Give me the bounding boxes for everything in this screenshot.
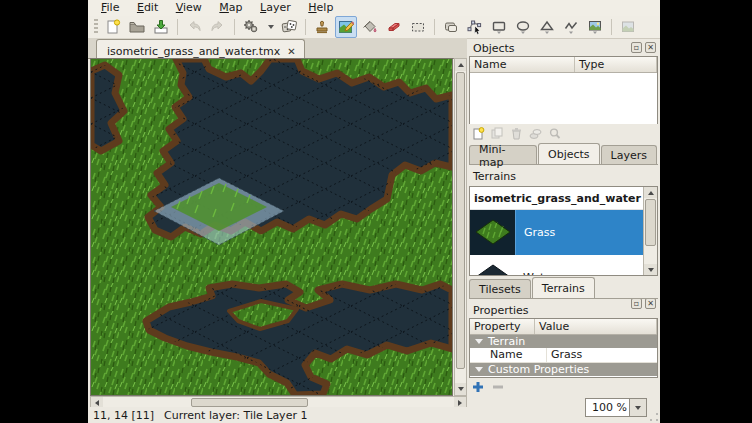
tab-close-icon[interactable]: ✕	[287, 46, 295, 57]
property-group-custom[interactable]: Custom Properties	[470, 363, 657, 376]
scroll-down-button[interactable]	[644, 264, 657, 275]
terrain-brush-button[interactable]	[335, 16, 357, 38]
dock-area: Objects ▫ ✕ Name Type Mini-map Objects L…	[469, 40, 658, 396]
zoom-value-field[interactable]: 100 %	[585, 398, 630, 417]
open-button[interactable]	[126, 16, 148, 38]
status-bar: 11, 14 [11] Current layer: Tile Layer 1	[88, 407, 660, 423]
float-panel-icon[interactable]: ▫	[631, 42, 642, 53]
stamp-icon	[314, 19, 330, 35]
terrains-scrollbar[interactable]	[643, 187, 657, 275]
tiled-window: File Edit View Map Layer Help	[88, 0, 660, 423]
command-dropdown-button[interactable]	[264, 16, 276, 38]
raise-objects-icon[interactable]	[528, 126, 543, 141]
objects-table-header: Name Type	[470, 57, 657, 73]
new-map-button[interactable]	[102, 16, 124, 38]
edit-polygons-button[interactable]	[464, 16, 486, 38]
insert-rectangle-icon	[491, 19, 507, 35]
add-property-icon[interactable]	[472, 381, 484, 393]
document-tab[interactable]: isometric_grass_and_water.tmx ✕	[96, 39, 305, 60]
tab-objects[interactable]: Objects	[538, 143, 600, 164]
document-tab-bar: isometric_grass_and_water.tmx ✕	[88, 38, 467, 59]
goto-object-icon[interactable]	[547, 126, 562, 141]
properties-toolbar	[472, 381, 504, 393]
execute-command-button[interactable]	[240, 16, 262, 38]
toolbar-handle[interactable]	[94, 19, 98, 35]
insert-tile-icon	[587, 19, 603, 35]
document-tab-label: isometric_grass_and_water.tmx	[107, 45, 280, 58]
save-icon	[153, 19, 169, 35]
column-header-value[interactable]: Value	[535, 319, 657, 334]
tileset-group-header[interactable]: isometric_grass_and_water	[470, 187, 644, 210]
insert-rectangle-button[interactable]	[488, 16, 510, 38]
terrains-list: isometric_grass_and_water Grass Water	[469, 186, 658, 276]
eraser-button[interactable]	[383, 16, 405, 38]
tab-mini-map[interactable]: Mini-map	[469, 145, 537, 164]
random-mode-button[interactable]	[278, 16, 300, 38]
bucket-fill-button[interactable]	[359, 16, 381, 38]
save-button[interactable]	[150, 16, 172, 38]
column-header-name[interactable]: Name	[470, 57, 575, 72]
objects-toolbar	[471, 126, 562, 141]
eraser-icon	[386, 19, 402, 35]
tab-tilesets[interactable]: Tilesets	[469, 279, 531, 298]
remove-objects-icon[interactable]	[509, 126, 524, 141]
vertical-scroll-thumb[interactable]	[456, 72, 465, 369]
arrow-left-icon	[95, 400, 99, 406]
tab-terrains[interactable]: Terrains	[532, 277, 595, 298]
toolbar-separator	[434, 19, 435, 35]
redo-button[interactable]	[207, 16, 229, 38]
objects-panel-label: Objects	[473, 42, 515, 55]
menu-edit[interactable]: Edit	[130, 0, 165, 16]
select-objects-button[interactable]	[440, 16, 462, 38]
toolbar-separator	[234, 19, 235, 35]
grass-tile-thumbnail	[470, 210, 516, 255]
objects-list-empty[interactable]	[470, 73, 657, 124]
window-resize-grip[interactable]	[649, 412, 659, 422]
arrow-right-icon	[458, 400, 462, 406]
scroll-up-button[interactable]	[644, 187, 657, 198]
water-body-left	[91, 65, 124, 151]
map-canvas[interactable]	[90, 58, 453, 396]
insert-tile-button[interactable]	[584, 16, 606, 38]
duplicate-objects-icon[interactable]	[490, 126, 505, 141]
tab-layers[interactable]: Layers	[601, 145, 657, 164]
insert-ellipse-button[interactable]	[512, 16, 534, 38]
remove-property-icon[interactable]	[492, 381, 504, 393]
scroll-up-button[interactable]	[455, 59, 466, 71]
terrain-name: Grass	[516, 210, 555, 255]
add-object-icon[interactable]	[471, 126, 486, 141]
canvas-vertical-scrollbar[interactable]	[454, 58, 467, 396]
horizontal-scroll-thumb[interactable]	[191, 398, 308, 407]
insert-ellipse-icon	[515, 19, 531, 35]
property-row-name[interactable]: Name Grass	[470, 348, 657, 363]
toolbar	[88, 16, 660, 39]
menu-file[interactable]: File	[94, 0, 126, 16]
menu-help[interactable]: Help	[301, 0, 340, 16]
insert-image-button[interactable]	[617, 16, 639, 38]
property-group-terrain[interactable]: Terrain	[470, 335, 657, 348]
zoom-dropdown-button[interactable]	[630, 398, 647, 417]
menu-layer[interactable]: Layer	[253, 0, 298, 16]
menu-view[interactable]: View	[169, 0, 209, 16]
menu-bar: File Edit View Map Layer Help	[88, 0, 660, 16]
insert-polygon-button[interactable]	[536, 16, 558, 38]
terrains-scroll-thumb[interactable]	[645, 199, 656, 246]
terrain-item-water[interactable]: Water	[470, 255, 644, 275]
property-value[interactable]: Grass	[546, 348, 657, 362]
scroll-down-button[interactable]	[455, 383, 466, 395]
insert-polyline-icon	[563, 19, 579, 35]
terrain-item-grass[interactable]: Grass	[470, 210, 644, 255]
close-panel-icon[interactable]: ✕	[645, 42, 656, 53]
column-header-property[interactable]: Property	[470, 319, 535, 334]
rectangular-select-button[interactable]	[407, 16, 429, 38]
stamp-brush-button[interactable]	[311, 16, 333, 38]
collapse-arrow-icon	[475, 367, 483, 372]
objects-table: Name Type	[469, 56, 658, 124]
insert-polyline-button[interactable]	[560, 16, 582, 38]
objects-panel-title: Objects ▫ ✕	[469, 40, 658, 56]
undo-button[interactable]	[183, 16, 205, 38]
collapse-arrow-icon	[475, 339, 483, 344]
column-header-type[interactable]: Type	[575, 57, 657, 72]
menu-map[interactable]: Map	[212, 0, 249, 16]
terrain-brush-icon	[338, 19, 354, 35]
